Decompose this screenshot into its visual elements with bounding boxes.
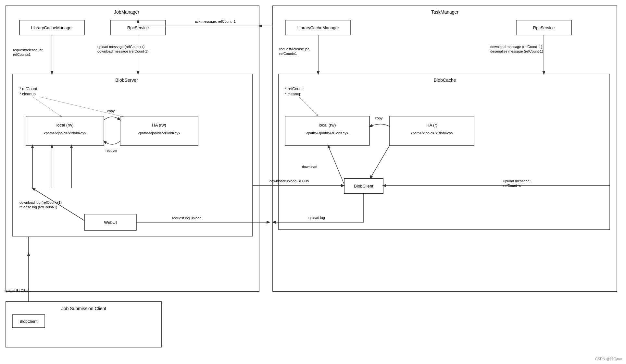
tm-lib-cache-label: LibraryCacheManager	[297, 25, 339, 30]
svg-rect-0	[6, 6, 259, 291]
tm-rpc-label: RpcService	[533, 25, 555, 30]
blobserver-label: BlobServer	[115, 78, 138, 83]
jm-lib-cache-label: LibraryCacheManager	[31, 25, 73, 30]
architecture-diagram: JobManager LibraryCacheManager RpcServic…	[0, 0, 626, 364]
download-upload-blobs-label: download/upload BLOBs	[269, 179, 309, 183]
blobcache-field2: * cleanup	[285, 92, 301, 96]
jm-ha-label: HA (rw)	[152, 123, 166, 127]
jm-rpc-arrow-text2: download message (refCount-1)	[97, 49, 148, 53]
svg-line-14	[32, 188, 84, 221]
svg-rect-8	[26, 116, 104, 145]
request-log-upload-label: request log upload	[172, 216, 202, 220]
webui-label: WebUI	[104, 220, 117, 225]
blobcache-label: BlobCache	[434, 78, 456, 83]
jm-local-path: <path>/<jobId>/<BlobKey>	[44, 131, 86, 135]
download-log-text2: release log (refCount-1)	[19, 205, 57, 209]
ack-message-label: ack message, refCount- 1	[195, 19, 236, 23]
tm-lib-arrow-text2: refCount±1	[279, 52, 297, 55]
svg-line-7	[39, 97, 123, 117]
tm-ha-path: <path>/<jobId>/<BlobKey>	[411, 131, 453, 135]
tm-local-label: local (rw)	[319, 123, 336, 127]
tm-lib-arrow-text1: request/release jar,	[279, 47, 310, 51]
jobmanager-label: JobManager	[114, 9, 139, 15]
jm-local-label: local (rw)	[56, 123, 74, 127]
diagram-container: JobManager LibraryCacheManager RpcServic…	[0, 0, 626, 364]
svg-line-31	[328, 145, 344, 184]
jsc-blobclient-label: BlobClient	[20, 319, 38, 324]
taskmanager-label: TaskManager	[431, 9, 458, 15]
job-submission-label: Job Submission Client	[61, 306, 106, 311]
tm-copy-label: copy	[375, 116, 383, 120]
blobserver-field2: * cleanup	[19, 92, 36, 96]
tm-ha-label: HA (r)	[426, 123, 437, 127]
tm-rpc-arrow-text2: deserialise message (refCount-1)	[490, 49, 543, 53]
svg-line-27	[299, 97, 318, 116]
jm-rpc-arrow-text1: upload message (refCount+x);	[97, 45, 145, 49]
svg-rect-9	[120, 116, 198, 145]
svg-rect-19	[273, 6, 617, 291]
svg-rect-29	[390, 116, 474, 145]
svg-line-32	[370, 145, 390, 178]
blobserver-field1: * refCount	[19, 87, 37, 91]
copy-label: copy	[107, 109, 115, 113]
blobcache-field1: * refCount	[285, 87, 303, 91]
upload-log-label: upload log	[308, 216, 325, 220]
recover-label: recover	[106, 149, 118, 152]
download-label: download	[302, 165, 317, 169]
jm-lib-arrow-text2: refCount±1	[13, 53, 31, 56]
jm-ha-path: <path>/<jobId>/<BlobKey>	[138, 131, 181, 135]
upload-message-label2: refCount+x	[503, 184, 521, 188]
svg-rect-28	[285, 116, 369, 145]
upload-blobs-label: upload BLOBs	[5, 289, 28, 293]
tm-blobclient-label: BlobClient	[354, 184, 373, 188]
watermark: CSDN @我信ruo	[595, 357, 622, 361]
tm-rpc-arrow-text1: download message (refCount+1);	[490, 45, 543, 49]
svg-rect-26	[279, 74, 610, 230]
upload-message-label1: upload message;	[503, 179, 531, 183]
tm-local-path: <path>/<jobId>/<BlobKey>	[306, 131, 349, 135]
svg-line-6	[32, 97, 62, 117]
svg-rect-5	[12, 74, 253, 236]
download-log-text1: download log (refCount+1);	[19, 200, 63, 204]
jm-lib-arrow-text: request/release jar,	[13, 48, 44, 52]
